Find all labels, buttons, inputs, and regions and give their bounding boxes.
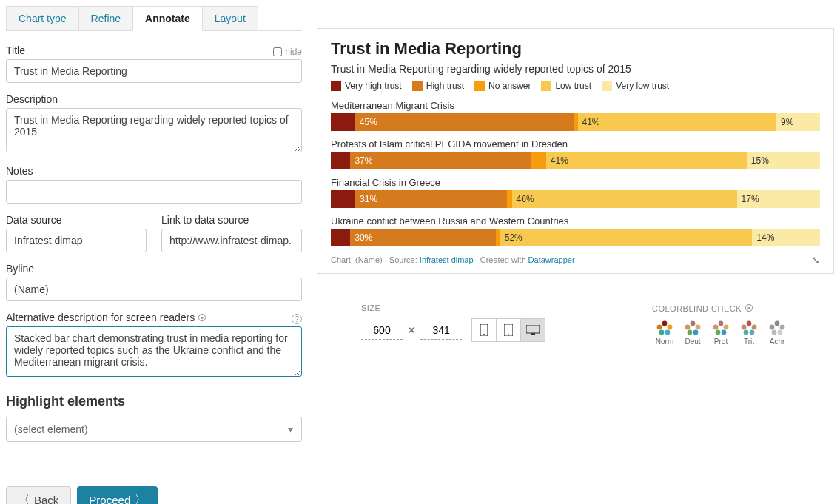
back-button[interactable]: 〈 Back bbox=[6, 486, 71, 504]
device-tablet-button[interactable] bbox=[496, 318, 521, 342]
tab-refine[interactable]: Refine bbox=[78, 6, 133, 30]
chart-preview: Trust in Media Reporting Trust in Media … bbox=[317, 28, 834, 274]
hide-title-toggle[interactable]: hide bbox=[273, 47, 302, 57]
title-input[interactable] bbox=[6, 59, 302, 83]
bar-segment: 37% bbox=[350, 152, 531, 169]
tab-annotate[interactable]: Annotate bbox=[132, 6, 203, 31]
tab-chart-type[interactable]: Chart type bbox=[6, 6, 79, 30]
size-x-icon: × bbox=[409, 324, 414, 336]
colorblind-norm-button[interactable]: Norm bbox=[652, 320, 677, 346]
chart-subtitle: Trust in Media Reporting regarding widel… bbox=[331, 63, 820, 75]
bar-segment bbox=[531, 152, 546, 169]
title-label: Title bbox=[6, 44, 25, 56]
svg-point-7 bbox=[657, 325, 662, 330]
svg-point-14 bbox=[688, 330, 693, 335]
svg-point-13 bbox=[696, 325, 701, 330]
back-button-label: Back bbox=[34, 494, 58, 504]
colorblind-trit-button[interactable]: Trit bbox=[736, 320, 762, 346]
link-input[interactable] bbox=[161, 229, 302, 252]
chart-footer: Chart: (Name) · Source: Infratest dimap … bbox=[331, 254, 820, 266]
colorblind-dots-icon bbox=[654, 320, 675, 336]
bar-segment: 15% bbox=[747, 152, 820, 169]
colorblind-dots-icon bbox=[682, 320, 703, 336]
svg-point-8 bbox=[668, 325, 673, 330]
tab-layout[interactable]: Layout bbox=[202, 6, 258, 30]
svg-point-3 bbox=[508, 334, 509, 335]
resize-icon[interactable]: ⤡ bbox=[811, 254, 820, 266]
legend-swatch bbox=[541, 81, 551, 91]
legend-swatch bbox=[331, 81, 341, 91]
size-label: SIZE bbox=[361, 303, 545, 312]
svg-point-12 bbox=[685, 325, 691, 330]
chevron-left-icon: 〈 bbox=[19, 493, 30, 504]
width-input[interactable] bbox=[361, 321, 403, 340]
svg-point-1 bbox=[483, 334, 485, 335]
accessibility-icon: ⦿ bbox=[198, 313, 206, 323]
description-input[interactable]: Trust in Media Reporting regarding widel… bbox=[6, 108, 302, 152]
legend-item: Very low trust bbox=[602, 81, 669, 91]
chevron-right-icon: 〉 bbox=[135, 493, 146, 504]
source-link[interactable]: Infratest dimap bbox=[420, 255, 474, 264]
legend-label: Low trust bbox=[555, 81, 591, 91]
chart-legend: Very high trustHigh trustNo answerLow tr… bbox=[331, 81, 820, 91]
chart-bars: Mediterranean Migrant Crisis45%41%9%Prot… bbox=[331, 100, 820, 246]
link-label: Link to data source bbox=[161, 214, 302, 226]
colorblind-deut-button[interactable]: Deut bbox=[680, 320, 705, 346]
svg-point-25 bbox=[750, 330, 755, 335]
byline-label: Byline bbox=[6, 263, 302, 275]
notes-input[interactable] bbox=[6, 180, 302, 204]
legend-label: High trust bbox=[426, 81, 464, 91]
bar-segment bbox=[507, 190, 512, 208]
bar-segment: 52% bbox=[500, 229, 753, 246]
colorblind-label: COLORBLIND CHECK ⦿ bbox=[652, 303, 790, 314]
chart-row: Ukraine conflict between Russia and West… bbox=[331, 215, 820, 246]
proceed-button[interactable]: Proceed 〉 bbox=[77, 486, 158, 504]
bar-segment bbox=[331, 152, 350, 169]
svg-point-18 bbox=[724, 325, 729, 330]
legend-item: Very high trust bbox=[331, 81, 402, 91]
legend-swatch bbox=[602, 81, 612, 91]
byline-input[interactable] bbox=[6, 278, 302, 301]
device-desktop-button[interactable] bbox=[520, 318, 545, 342]
mobile-icon bbox=[480, 324, 488, 336]
highlight-select[interactable]: (select element) bbox=[6, 417, 302, 442]
help-icon[interactable]: ? bbox=[292, 314, 302, 324]
svg-rect-5 bbox=[531, 333, 535, 335]
colorblind-mode-label: Achr bbox=[765, 337, 790, 346]
bar-segment: 14% bbox=[752, 229, 820, 246]
bar-segment: 17% bbox=[737, 190, 820, 208]
bar-segment bbox=[331, 229, 350, 246]
source-input[interactable] bbox=[6, 229, 147, 252]
bar-segment: 45% bbox=[355, 113, 574, 131]
altdesc-label: Alternative description for screen reade… bbox=[6, 312, 206, 323]
legend-swatch bbox=[412, 81, 423, 91]
legend-swatch bbox=[474, 81, 485, 91]
colorblind-mode-label: Trit bbox=[736, 337, 762, 346]
colorblind-achr-button[interactable]: Achr bbox=[765, 320, 790, 346]
accessibility-icon: ⦿ bbox=[745, 303, 754, 314]
source-label: Data source bbox=[6, 214, 147, 226]
bar-stack: 37%41%15% bbox=[331, 152, 820, 169]
bar-segment: 31% bbox=[355, 190, 507, 208]
legend-item: Low trust bbox=[541, 81, 591, 91]
bar-stack: 30%52%14% bbox=[331, 229, 820, 246]
tablet-icon bbox=[504, 324, 513, 336]
colorblind-prot-button[interactable]: Prot bbox=[708, 320, 733, 346]
svg-rect-4 bbox=[526, 325, 540, 333]
device-mobile-button[interactable] bbox=[471, 318, 497, 342]
legend-label: Very low trust bbox=[616, 81, 669, 91]
desktop-icon bbox=[526, 325, 540, 335]
legend-label: Very high trust bbox=[345, 81, 402, 91]
svg-point-23 bbox=[752, 325, 757, 330]
colorblind-mode-label: Deut bbox=[680, 337, 705, 346]
chart-row-label: Ukraine conflict between Russia and West… bbox=[331, 215, 820, 226]
datawrapper-link[interactable]: Datawrapper bbox=[528, 255, 575, 264]
hide-title-checkbox[interactable] bbox=[273, 47, 282, 56]
colorblind-dots-icon bbox=[767, 320, 787, 336]
editor-tabs: Chart type Refine Annotate Layout bbox=[6, 6, 302, 31]
svg-point-27 bbox=[770, 325, 775, 330]
height-input[interactable] bbox=[420, 321, 462, 340]
legend-label: No answer bbox=[488, 81, 531, 91]
altdesc-input[interactable]: Stacked bar chart demonstrating trust in… bbox=[6, 326, 302, 377]
svg-point-17 bbox=[713, 325, 719, 330]
